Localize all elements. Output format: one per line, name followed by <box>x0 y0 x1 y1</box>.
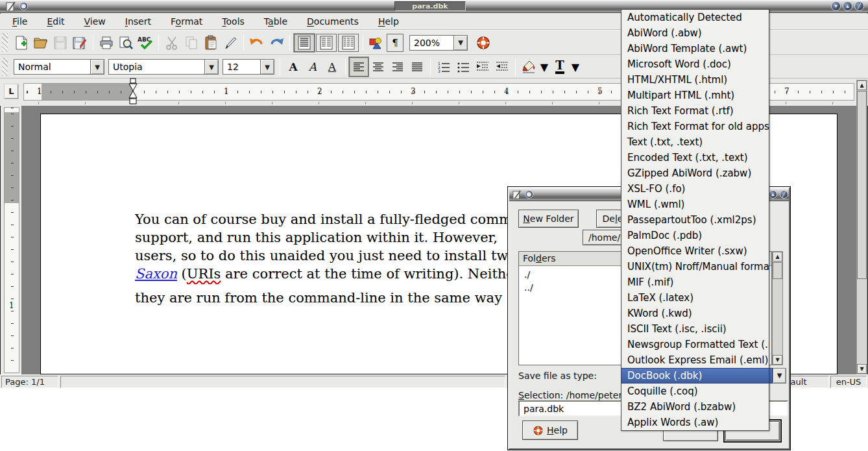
format-option[interactable]: KWord (.kwd) <box>621 306 769 321</box>
format-option[interactable]: PalmDoc (.pdb) <box>621 228 769 243</box>
stylus-button[interactable] <box>221 33 240 53</box>
align-justify-button[interactable] <box>407 57 427 77</box>
format-option[interactable]: Coquille (.coq) <box>621 384 769 399</box>
format-option[interactable]: XSL-FO (.fo) <box>621 181 769 197</box>
window-menu-button[interactable]: ● <box>525 190 533 199</box>
menu-file[interactable]: File <box>5 14 34 29</box>
menu-documents[interactable]: Documents <box>300 14 366 29</box>
chevron-down-icon[interactable]: ▼ <box>453 35 468 51</box>
format-option[interactable]: MIF (.mif) <box>621 274 769 290</box>
print-button[interactable] <box>97 33 116 53</box>
text-line[interactable]: Saxon (URIs are correct at the time of w… <box>135 266 514 284</box>
format-option[interactable]: LaTeX (.latex) <box>621 290 769 306</box>
text-line[interactable]: they are run from the command-line in th… <box>135 290 514 308</box>
scrollbar-thumb[interactable] <box>857 91 867 279</box>
format-option[interactable]: Microsoft Word (.doc) <box>621 56 769 72</box>
files-scrollbar[interactable]: ▲ ▼ <box>772 251 783 365</box>
text-line[interactable]: You can of course buy and install a full… <box>135 212 514 230</box>
align-right-button[interactable] <box>388 57 407 77</box>
chevron-down-icon[interactable]: ▼ <box>260 59 274 75</box>
format-option[interactable]: OpenOffice Writer (.sxw) <box>621 243 769 259</box>
style-combobox[interactable]: Normal ▼ <box>14 59 104 75</box>
chevron-down-icon[interactable]: ▼ <box>90 59 104 75</box>
format-option[interactable]: AbiWord Template (.awt) <box>621 41 769 56</box>
font-color-button[interactable]: T <box>550 57 570 77</box>
format-option[interactable]: Automatically Detected <box>621 10 769 25</box>
minimize-button[interactable]: ▾ <box>831 1 841 11</box>
format-option[interactable]: Multipart HTML (.mht) <box>621 88 769 103</box>
format-option[interactable]: Outlook Express Email (.eml) <box>621 352 769 368</box>
italic-button[interactable]: A <box>303 57 322 77</box>
scroll-up-icon[interactable]: ▲ <box>773 252 782 262</box>
misspelled-word[interactable]: URIs <box>187 266 221 282</box>
hyperlink[interactable]: Saxon <box>135 266 177 282</box>
menu-table[interactable]: Table <box>257 14 295 29</box>
align-left-button[interactable] <box>349 57 368 77</box>
bullet-list-button[interactable] <box>453 57 473 77</box>
scroll-down-icon[interactable]: ▼ <box>857 364 867 374</box>
zoom-combobox[interactable]: 200% ▼ <box>409 35 468 51</box>
scroll-up-icon[interactable]: ▲ <box>857 80 867 90</box>
text-line[interactable]: support, and run this application within… <box>135 230 514 248</box>
language-indicator[interactable]: en-US <box>830 376 867 388</box>
window-menu-button[interactable]: ● <box>19 2 28 10</box>
paste-button[interactable] <box>201 33 221 53</box>
dialog-help-button[interactable]: Help <box>522 421 578 440</box>
format-option[interactable]: WML (.wml) <box>621 197 769 212</box>
redo-button[interactable] <box>267 33 286 53</box>
view-three-column-button[interactable] <box>338 34 359 52</box>
format-option[interactable]: GZipped AbiWord (.zabw) <box>621 165 769 181</box>
open-button[interactable] <box>31 33 51 53</box>
format-option[interactable]: ISCII Text (.isc, .iscii) <box>621 321 769 337</box>
chevron-down-icon[interactable]: ▼ <box>204 59 219 75</box>
scroll-down-icon[interactable]: ▼ <box>773 355 782 365</box>
chevron-down-icon[interactable]: ▼ <box>570 60 581 74</box>
view-two-column-button[interactable] <box>316 34 337 52</box>
close-button[interactable]: ╱ <box>854 1 864 11</box>
menu-edit[interactable]: Edit <box>40 14 71 29</box>
vertical-scrollbar[interactable]: ▲ ▼ <box>856 80 867 374</box>
save-as-button[interactable] <box>70 33 90 53</box>
new-folder-button[interactable]: New Folder <box>518 210 579 228</box>
help-button[interactable] <box>474 33 493 53</box>
show-paragraphs-button[interactable]: ¶ <box>387 34 404 52</box>
format-option[interactable]: DocBook (.dbk) <box>621 368 769 384</box>
maximize-button[interactable]: ▴ <box>769 190 777 199</box>
format-option[interactable]: Applix Words (.aw) <box>621 415 769 430</box>
style-value[interactable]: Normal <box>14 59 90 75</box>
toolbar-grip[interactable] <box>2 33 8 53</box>
format-option[interactable]: BZ2 AbiWord (.bzabw) <box>621 399 769 415</box>
view-one-column-button[interactable] <box>294 34 315 52</box>
align-center-button[interactable] <box>368 57 388 77</box>
format-option[interactable]: Newsgroup Formatted Text (.nws) <box>621 337 769 352</box>
menu-help[interactable]: Help <box>371 14 406 29</box>
chevron-down-icon[interactable]: ▼ <box>538 60 550 74</box>
tab-type-selector[interactable]: L <box>5 84 18 99</box>
font-combobox[interactable]: Utopia ▼ <box>108 59 219 75</box>
vertical-ruler[interactable]: 1 <box>4 107 19 373</box>
menu-view[interactable]: View <box>77 14 113 29</box>
print-preview-button[interactable] <box>116 33 136 53</box>
menu-format[interactable]: Format <box>163 14 210 29</box>
toolbar-grip[interactable] <box>2 58 8 75</box>
font-value[interactable]: Utopia <box>108 59 204 75</box>
indent-marker[interactable] <box>128 78 138 105</box>
format-option[interactable]: PassepartoutToo (.xml2ps) <box>621 212 769 228</box>
format-option[interactable]: Rich Text Format (.rtf) <box>621 103 769 119</box>
highlight-color-button[interactable] <box>519 57 538 77</box>
scrollbar-thumb[interactable] <box>773 262 782 279</box>
bold-button[interactable]: A <box>283 57 303 77</box>
font-size-combobox[interactable]: 12 ▼ <box>223 59 274 75</box>
close-button[interactable]: ╱ <box>780 190 788 199</box>
menu-tools[interactable]: Tools <box>215 14 252 29</box>
maximize-button[interactable]: ▴ <box>843 1 852 11</box>
format-option[interactable]: Text (.txt, .text) <box>621 134 769 150</box>
format-option[interactable]: Rich Text Format for old apps (.rtf) <box>621 119 769 134</box>
undo-button[interactable] <box>247 33 267 53</box>
chevron-down-icon[interactable]: ▼ <box>773 368 786 384</box>
increase-indent-button[interactable] <box>492 57 512 77</box>
format-option[interactable]: AbiWord (.abw) <box>621 25 769 41</box>
format-option[interactable]: Encoded Text (.txt, .text) <box>621 150 769 165</box>
text-line[interactable]: users, so to do this unaided you just ne… <box>135 248 514 266</box>
spellcheck-button[interactable]: ABC <box>136 33 155 53</box>
